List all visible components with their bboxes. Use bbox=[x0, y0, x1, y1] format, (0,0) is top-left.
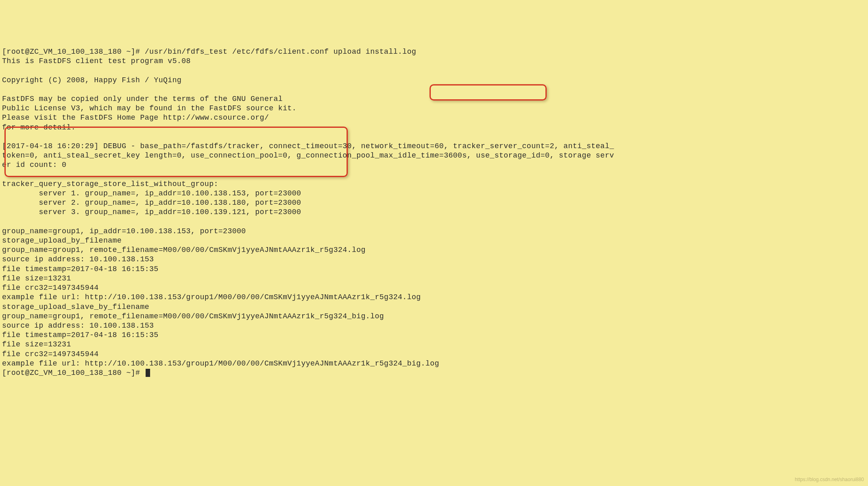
output-line: source ip address: 10.100.138.153 bbox=[2, 322, 154, 330]
output-line: server 3. group_name=, ip_addr=10.100.13… bbox=[2, 208, 301, 216]
shell-prompt: [root@ZC_VM_10_100_138_180 ~]# bbox=[2, 48, 145, 56]
output-line: group_name=group1, remote_filename=M00/0… bbox=[2, 246, 366, 254]
output-line: storage_upload_by_filename bbox=[2, 236, 122, 245]
output-line: er id count: 0 bbox=[2, 161, 66, 169]
output-line: file size=13231 bbox=[2, 274, 71, 282]
shell-prompt: [root@ZC_VM_10_100_138_180 ~]# bbox=[2, 369, 145, 377]
output-line: source ip address: 10.100.138.153 bbox=[2, 255, 154, 263]
output-line: Public License V3, which may be found in… bbox=[2, 104, 297, 112]
output-line: Please visit the FastDFS Home Page http:… bbox=[2, 114, 269, 122]
output-line: file crc32=1497345944 bbox=[2, 284, 99, 292]
output-line: file timestamp=2017-04-18 16:15:35 bbox=[2, 265, 159, 273]
output-line: token=0, anti_steal_secret_key length=0,… bbox=[2, 151, 614, 160]
output-line: group_name=group1, ip_addr=10.100.138.15… bbox=[2, 227, 246, 235]
cursor-icon bbox=[146, 369, 150, 377]
output-line: file size=13231 bbox=[2, 340, 71, 348]
output-line: tracker_query_storage_store_list_without… bbox=[2, 180, 218, 188]
output-line: server 1. group_name=, ip_addr=10.100.13… bbox=[2, 189, 301, 197]
watermark-text: https://blog.csdn.net/shaorui880 bbox=[795, 475, 864, 484]
output-line: group_name=group1, remote_filename=M00/0… bbox=[2, 312, 384, 320]
output-line: example file url: http://10.100.138.153/… bbox=[2, 293, 421, 301]
output-line: [2017-04-18 16:20:29] DEBUG - base_path=… bbox=[2, 142, 614, 150]
output-line: file timestamp=2017-04-18 16:15:35 bbox=[2, 331, 159, 339]
output-line: file crc32=1497345944 bbox=[2, 350, 99, 358]
output-line: This is FastDFS client test program v5.0… bbox=[2, 57, 191, 65]
output-line: example file url: http://10.100.138.153/… bbox=[2, 359, 439, 368]
output-line: for more detail. bbox=[2, 123, 76, 131]
command-text: /usr/bin/fdfs_test /etc/fdfs/client.conf… bbox=[145, 48, 417, 56]
output-line: Copyright (C) 2008, Happy Fish / YuQing bbox=[2, 76, 181, 84]
output-line: storage_upload_slave_by_filename bbox=[2, 303, 149, 311]
output-line: FastDFS may be copied only under the ter… bbox=[2, 95, 283, 103]
terminal-output[interactable]: [root@ZC_VM_10_100_138_180 ~]# /usr/bin/… bbox=[0, 38, 868, 378]
output-line: server 2. group_name=, ip_addr=10.100.13… bbox=[2, 199, 301, 207]
